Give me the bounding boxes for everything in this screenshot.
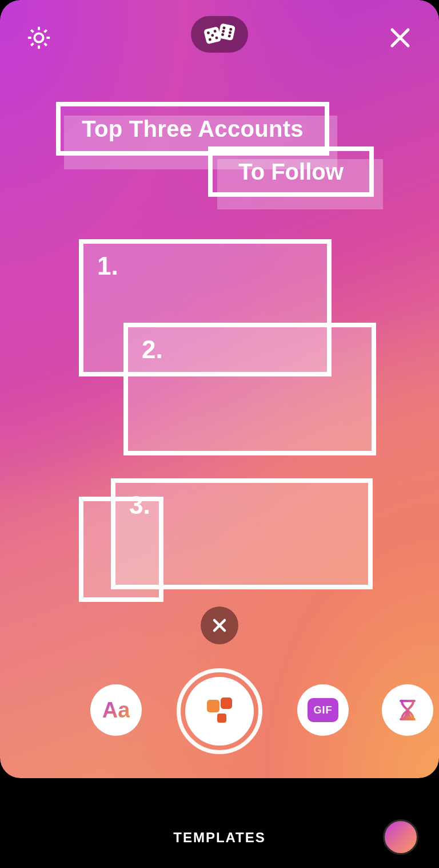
slot-2[interactable]: 2. [123, 323, 376, 455]
templates-tool-inner [185, 677, 254, 746]
settings-button[interactable] [23, 22, 55, 54]
close-icon [389, 26, 412, 49]
clear-template-button[interactable] [201, 607, 238, 644]
gif-icon: GIF [308, 698, 338, 722]
top-bar [0, 16, 439, 62]
gif-tool-button[interactable]: GIF [297, 684, 349, 736]
dice-icon [202, 22, 237, 46]
tool-row: Aa GIF [0, 661, 439, 759]
svg-rect-14 [207, 700, 220, 712]
templates-tool-button[interactable] [177, 668, 262, 754]
collage-icon [205, 696, 234, 726]
randomize-button[interactable] [191, 16, 248, 53]
mode-label[interactable]: TEMPLATES [173, 830, 266, 846]
slot-number: 3. [129, 491, 150, 520]
story-canvas[interactable]: Top Three Accounts To Follow 1. 2. 3. [0, 0, 439, 778]
slot-number: 1. [97, 252, 118, 280]
text-icon: Aa [102, 698, 130, 723]
gif-label: GIF [314, 704, 333, 716]
svg-rect-15 [221, 697, 232, 709]
footer-bar: TEMPLATES [0, 778, 439, 868]
title-box-2[interactable]: To Follow [208, 146, 374, 197]
title-text-2: To Follow [238, 159, 344, 185]
close-icon [212, 618, 227, 633]
svg-rect-16 [217, 714, 226, 723]
background-color-button[interactable] [383, 819, 418, 855]
svg-rect-7 [218, 23, 236, 41]
countdown-tool-button[interactable] [382, 684, 433, 736]
slot-number: 2. [142, 335, 163, 364]
close-button[interactable] [384, 22, 416, 54]
gear-icon [26, 25, 52, 51]
title-text-1: Top Three Accounts [82, 116, 304, 142]
slot-3[interactable]: 3. [111, 478, 373, 589]
text-tool-button[interactable]: Aa [90, 684, 142, 736]
svg-point-0 [34, 33, 43, 42]
hourglass-icon [396, 699, 419, 722]
